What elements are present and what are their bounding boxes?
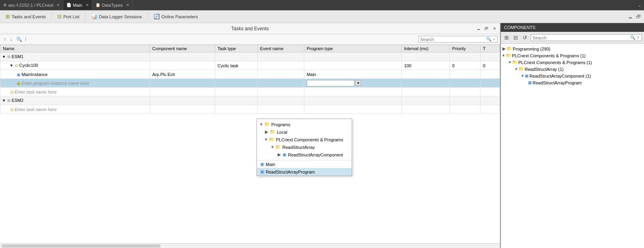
dropdown-options-list: ▣ Main ▣ ReadStructArrayProgram <box>257 160 352 176</box>
local-expand-icon: ▶ <box>265 129 268 135</box>
enter-task-priority <box>449 88 480 96</box>
comp-search-input[interactable] <box>533 35 630 40</box>
tab-datatypes[interactable]: 📋 DataTypes ✕ <box>92 0 133 10</box>
col-program-type: Program type <box>304 45 401 53</box>
panel-search-input[interactable] <box>420 37 486 42</box>
comp-refresh-btn[interactable]: ↺ <box>521 34 528 41</box>
enter-task-program-type <box>304 88 401 96</box>
tasks-events-button[interactable]: ⊞ Tasks and Events <box>2 13 49 20</box>
esm2-program-type <box>304 96 401 105</box>
panel-toolbar-spacer: | <box>25 37 26 41</box>
port-list-button[interactable]: ⊟ Port List <box>54 13 82 20</box>
comp-tree-readstructprog[interactable]: ▣ ReadStructArrayProgram <box>501 79 644 86</box>
cyclic100-label: Cyclic100 <box>19 63 38 68</box>
panel-search-btn[interactable]: 🔍 <box>15 36 23 43</box>
esm1-name-cell: ▾ ⊞ ESM1 <box>0 53 150 61</box>
enter-program-event-name <box>257 79 304 88</box>
esm2-t <box>480 96 500 105</box>
main-tab-icon: 📄 <box>66 3 71 7</box>
online-params-button[interactable]: 🔄 Online Parameters <box>150 13 201 20</box>
table-header-row: Name Component name Task type Event name… <box>0 45 500 53</box>
panel-down-btn[interactable]: ↓ <box>9 36 14 43</box>
tasks-events-label: Tasks and Events <box>12 14 46 19</box>
readstruct-label: ReadStructArray <box>282 145 315 150</box>
dropdown-option-main[interactable]: ▣ Main <box>257 160 352 168</box>
tab-plcnext[interactable]: ⚙ axc-f-2152-1 / PLCnext ✕ <box>0 0 63 10</box>
comp-tree-plcnext-child[interactable]: ▾ 📁 PLCnext Components & Programs (1) <box>501 59 644 66</box>
prog-type-input[interactable] <box>307 80 354 86</box>
plcnext-child-label: PLCnext Components & Programs (1) <box>518 60 592 65</box>
scrollbar-thumb[interactable] <box>2 244 161 248</box>
dropdown-tree-local[interactable]: ▶ 📁 Local <box>257 128 352 136</box>
esm2-label: ESM2 <box>12 98 23 103</box>
panel-up-btn[interactable]: ↑ <box>2 36 7 43</box>
tab-plcnext-close[interactable]: ✕ <box>56 3 60 7</box>
panel-restore-btn[interactable]: 🗗 <box>483 25 490 32</box>
plcnext-top-label: PLCnext Components & Programs (1) <box>512 53 586 58</box>
programming-folder-icon: 📁 <box>506 46 512 51</box>
readstructcomp-comp-expand-icon: ▾ <box>521 73 524 78</box>
esm2-event-name <box>257 96 304 105</box>
cyclic100-event-name <box>257 61 304 70</box>
comp-tree-readstructcomp[interactable]: ▾ ▣ ReadStructArrayComponent (1) <box>501 72 644 79</box>
toolbar-restore-btn[interactable]: 🗗 <box>635 14 642 20</box>
enter-task-esm2-component <box>150 105 215 114</box>
readstruct-folder-icon: 📁 <box>275 145 281 150</box>
toolbar-sep-1 <box>51 13 52 21</box>
tasks-table: Name Component name Task type Event name… <box>0 45 500 114</box>
components-tree: ▶ 📁 Programming (290) ▾ 📁 PLCnext Compon… <box>501 44 644 248</box>
comp-tree-plcnext-top[interactable]: ▾ 📁 PLCnext Components & Programs (1) <box>501 52 644 59</box>
cyclic100-interval: 100 <box>401 61 449 70</box>
data-logger-button[interactable]: 📊 Data Logger Sessions <box>88 13 145 20</box>
readstruct-comp-expand-icon: ▾ <box>515 66 518 72</box>
port-list-icon: ⊟ <box>57 14 62 20</box>
enter-program-label: Enter program instance name here <box>21 81 89 86</box>
prog-type-dropdown-btn[interactable]: ▾ <box>355 80 361 86</box>
components-title: COMPONENTS <box>504 25 535 30</box>
dropdown-tree-plcnext[interactable]: ▾ 📁 PLCnext Components & Programs <box>257 136 352 143</box>
comp-search-icon: 🔍 <box>630 35 636 40</box>
panel-search-clear[interactable]: ✕ <box>492 37 496 41</box>
bottom-scrollbar[interactable] <box>0 243 500 248</box>
tab-chevron[interactable]: ⌄ <box>638 2 642 8</box>
maininstance-event-name <box>257 70 304 79</box>
table-row: ▾ ⊙ Cyclic100 Cyclic task 100 0 0 <box>0 61 500 70</box>
readstructprog-option-icon: ▣ <box>260 169 264 174</box>
col-name: Name <box>0 45 150 53</box>
dropdown-option-readstructarrayprogram[interactable]: ▣ ReadStructArrayProgram <box>257 168 352 176</box>
esm1-expand[interactable]: ▾ <box>3 54 5 59</box>
dropdown-tree-readstructcomp[interactable]: ▶ ▣ ReadStructArrayComponent <box>257 151 352 158</box>
cyclic100-expand[interactable]: ▾ <box>10 63 13 68</box>
enter-task-esm2-interval <box>401 105 449 114</box>
esm2-expand[interactable]: ▾ <box>3 98 5 103</box>
enter-program-name-cell[interactable]: ▣ Enter program instance name here <box>0 79 150 88</box>
prog-type-container: ▾ <box>307 80 399 86</box>
maininstance-task-type <box>215 70 257 79</box>
tab-main-close[interactable]: ✕ <box>86 3 89 7</box>
online-params-icon: 🔄 <box>154 14 160 20</box>
panel-minimize-btn[interactable]: 🗕 <box>475 25 482 32</box>
col-t: T <box>480 45 500 53</box>
enter-task-esm2-name-cell[interactable]: ⊟ Enter task name here <box>0 105 150 114</box>
tab-main[interactable]: 📄 Main ✕ <box>63 0 92 10</box>
esm1-program-type <box>304 53 401 61</box>
readstruct-comp-folder-icon: 📁 <box>518 66 524 72</box>
table-row: ⊟ Enter task name here <box>0 105 500 114</box>
enter-task-name-cell[interactable]: ⊟ Enter task name here <box>0 88 150 96</box>
esm2-priority <box>449 96 480 105</box>
toolbar-minimize-btn[interactable]: 🗕 <box>627 14 634 20</box>
dropdown-tree-programs[interactable]: ▾ 📁 Programs <box>257 121 352 128</box>
panel-close-btn[interactable]: ✕ <box>491 25 498 32</box>
comp-collapse-btn[interactable]: ⊟ <box>512 34 519 41</box>
readstructprog-option-label: ReadStructArrayProgram <box>266 170 315 174</box>
tab-datatypes-close[interactable]: ✕ <box>126 3 129 7</box>
panel-titlebar: Tasks and Events 🗕 🗗 ✕ <box>0 23 500 34</box>
main-toolbar: ⊞ Tasks and Events ⊟ Port List 📊 Data Lo… <box>0 10 644 23</box>
maininstance-label: MainInstance <box>21 72 47 77</box>
comp-tree-programming[interactable]: ▶ 📁 Programming (290) <box>501 45 644 52</box>
comp-search-clear[interactable]: ✕ <box>636 35 640 40</box>
esm1-task-type <box>215 53 257 61</box>
comp-expand-btn[interactable]: ⊞ <box>503 34 510 41</box>
dropdown-tree-readstruct[interactable]: ▾ 📁 ReadStructArray <box>257 143 352 151</box>
comp-tree-readstruct[interactable]: ▾ 📁 ReadStructArray (1) <box>501 66 644 72</box>
